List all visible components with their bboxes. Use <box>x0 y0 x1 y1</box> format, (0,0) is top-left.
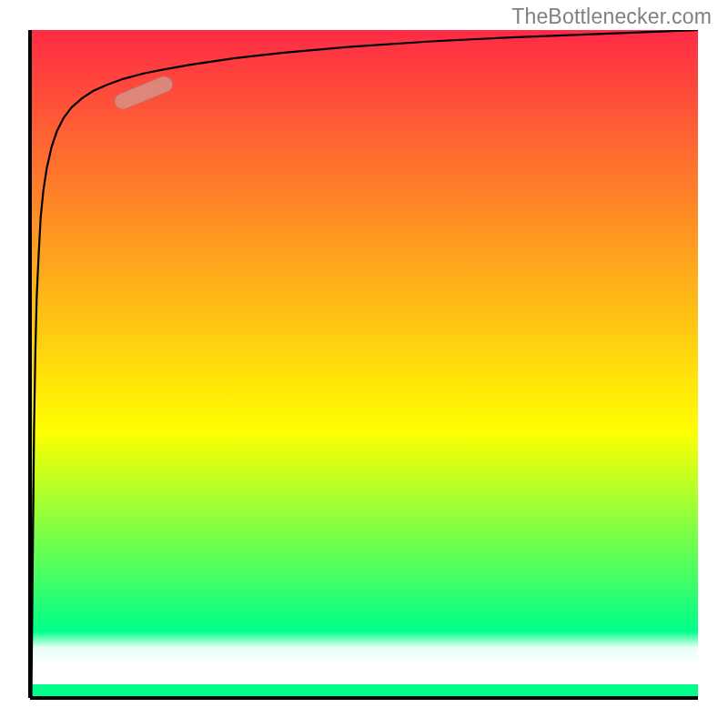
chart-container: TheBottlenecker.com <box>0 0 728 728</box>
axes <box>0 0 728 728</box>
watermark-text: TheBottlenecker.com <box>511 5 712 29</box>
